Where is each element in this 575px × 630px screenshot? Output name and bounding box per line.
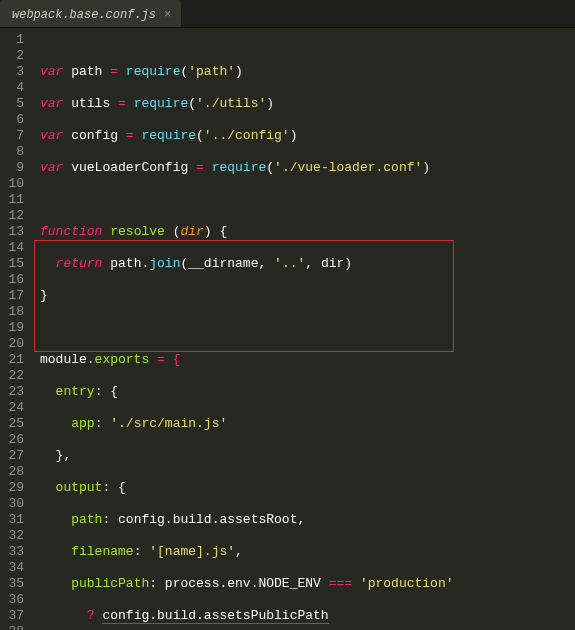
line-number: 9 bbox=[6, 160, 24, 176]
line-number: 28 bbox=[6, 464, 24, 480]
code-line: } bbox=[40, 288, 575, 304]
line-number: 22 bbox=[6, 368, 24, 384]
code-line: }, bbox=[40, 448, 575, 464]
line-number: 30 bbox=[6, 496, 24, 512]
line-number: 26 bbox=[6, 432, 24, 448]
line-number: 11 bbox=[6, 192, 24, 208]
code-line: return path.join(__dirname, '..', dir) bbox=[40, 256, 575, 272]
line-number: 21 bbox=[6, 352, 24, 368]
code-line: publicPath: process.env.NODE_ENV === 'pr… bbox=[40, 576, 575, 592]
line-number: 4 bbox=[6, 80, 24, 96]
code-line: var vueLoaderConfig = require('./vue-loa… bbox=[40, 160, 575, 176]
code-line: app: './src/main.js' bbox=[40, 416, 575, 432]
code-line bbox=[40, 320, 575, 336]
line-number: 10 bbox=[6, 176, 24, 192]
code-line: ? config.build.assetsPublicPath bbox=[40, 608, 575, 624]
line-number: 33 bbox=[6, 544, 24, 560]
line-number: 36 bbox=[6, 592, 24, 608]
line-number: 2 bbox=[6, 48, 24, 64]
code-line: filename: '[name].js', bbox=[40, 544, 575, 560]
line-number: 14 bbox=[6, 240, 24, 256]
code-line: output: { bbox=[40, 480, 575, 496]
line-gutter: 1234567891011121314151617181920212223242… bbox=[0, 28, 34, 630]
line-number: 13 bbox=[6, 224, 24, 240]
tab-bar: webpack.base.conf.js × bbox=[0, 0, 575, 28]
close-icon[interactable]: × bbox=[164, 8, 171, 22]
line-number: 7 bbox=[6, 128, 24, 144]
code-area[interactable]: var path = require('path') var utils = r… bbox=[34, 28, 575, 630]
line-number: 15 bbox=[6, 256, 24, 272]
line-number: 12 bbox=[6, 208, 24, 224]
line-number: 25 bbox=[6, 416, 24, 432]
line-number: 18 bbox=[6, 304, 24, 320]
line-number: 37 bbox=[6, 608, 24, 624]
line-number: 29 bbox=[6, 480, 24, 496]
line-number: 24 bbox=[6, 400, 24, 416]
line-number: 16 bbox=[6, 272, 24, 288]
line-number: 17 bbox=[6, 288, 24, 304]
code-line: function resolve (dir) { bbox=[40, 224, 575, 240]
line-number: 8 bbox=[6, 144, 24, 160]
code-line: path: config.build.assetsRoot, bbox=[40, 512, 575, 528]
code-line bbox=[40, 192, 575, 208]
line-number: 27 bbox=[6, 448, 24, 464]
tab-title: webpack.base.conf.js bbox=[12, 8, 156, 22]
line-number: 19 bbox=[6, 320, 24, 336]
line-number: 23 bbox=[6, 384, 24, 400]
tab-webpack-base-conf[interactable]: webpack.base.conf.js × bbox=[0, 0, 181, 27]
line-number: 1 bbox=[6, 32, 24, 48]
editor[interactable]: 1234567891011121314151617181920212223242… bbox=[0, 28, 575, 630]
line-number: 20 bbox=[6, 336, 24, 352]
code-line: entry: { bbox=[40, 384, 575, 400]
code-line: var config = require('../config') bbox=[40, 128, 575, 144]
code-line: var utils = require('./utils') bbox=[40, 96, 575, 112]
line-number: 31 bbox=[6, 512, 24, 528]
line-number: 3 bbox=[6, 64, 24, 80]
line-number: 5 bbox=[6, 96, 24, 112]
line-number: 32 bbox=[6, 528, 24, 544]
line-number: 35 bbox=[6, 576, 24, 592]
line-number: 34 bbox=[6, 560, 24, 576]
code-line: module.exports = { bbox=[40, 352, 575, 368]
line-number: 6 bbox=[6, 112, 24, 128]
line-number: 38 bbox=[6, 624, 24, 630]
code-line: var path = require('path') bbox=[40, 64, 575, 80]
